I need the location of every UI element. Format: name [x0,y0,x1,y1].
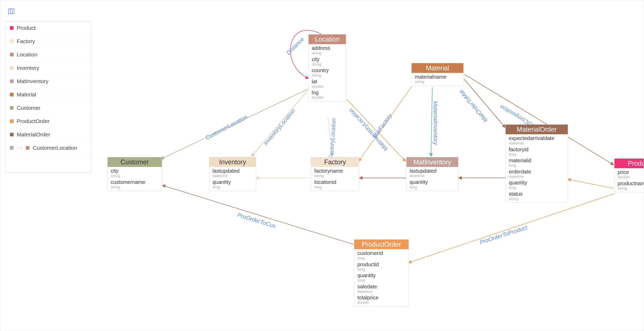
field-type: long [357,267,405,272]
edge[interactable] [431,87,432,156]
node-materialorder[interactable]: MaterialOrderexpectedarrivaldatedatetime… [505,124,568,203]
node-title: MaterialOrder [506,125,568,134]
node-title: Material [412,63,463,73]
field-row: locationidlong [311,178,359,191]
edge[interactable] [358,86,412,161]
field-name: productname [618,181,644,186]
field-name: lng [312,90,343,95]
swatch-icon [10,106,14,110]
legend-item[interactable]: MatInventory [6,75,91,88]
node-title: Product [615,159,644,168]
node-location[interactable]: Locationaddressstringcitystringcountryst… [308,34,346,102]
edge[interactable] [464,79,505,128]
legend-label: Location [17,51,37,58]
edge[interactable] [162,185,354,245]
field-type: double [618,175,644,179]
node-material[interactable]: Materialmaterialnamestring [411,63,464,86]
field-row: lastupdateddatetime [406,167,458,178]
legend-item[interactable]: MaterialOrder [6,128,91,141]
edge[interactable] [251,90,308,156]
legend-label: Customer [17,105,40,111]
field-name: productid [357,262,405,267]
legend-item[interactable]: Location [6,48,91,61]
field-type: string [312,73,343,78]
node-title: Factory [311,157,359,167]
field-type: string [312,62,343,67]
field-name: address [312,45,343,51]
field-row: addressstring [309,44,346,55]
node-customer[interactable]: Customercitystringcustomernamestring [107,157,162,191]
legend-item[interactable]: ProductOrder [6,115,91,128]
field-type: long [509,163,565,168]
field-name: locationid [314,179,356,185]
field-name: lastupdated [212,168,253,174]
edge[interactable] [408,194,615,263]
swatch-icon [10,53,14,56]
field-name: quantity [357,272,405,278]
field-name: orderdate [509,169,565,175]
legend-label: Material [17,91,36,98]
edge-label: FactoryLocation [328,118,337,159]
field-name: quantity [410,179,455,185]
legend-label: Factory [17,38,35,44]
field-row: lngdouble [309,89,346,101]
field-name: customerid [357,250,405,256]
field-row: materialidlong [506,156,568,168]
legend-label: MatInventory [17,78,48,84]
legend-item[interactable]: Customer [6,101,91,115]
field-row: factoryidlong [506,146,568,157]
field-type: long [509,185,565,190]
field-type: double [357,300,405,305]
field-row: statusstring [506,190,568,203]
node-inventory[interactable]: Inventorylastupdateddatetimequantitylong [209,157,256,191]
edge[interactable] [347,100,406,161]
node-product[interactable]: Productpricedoubleproductnamestring [614,158,644,192]
swatch-icon [10,93,14,96]
edge-label: ProOrderToProduct [479,224,528,246]
legend-item[interactable]: Factory [6,35,91,48]
node-title: ProductOrder [354,240,409,249]
legend-item[interactable]: Inventory [6,61,91,75]
legend-item[interactable]: ⟶CustomerLocation [6,141,91,155]
node-factory[interactable]: Factoryfactorynamestringlocationidlong [311,157,359,191]
field-type: datetime [357,289,405,294]
edge-label: ProOrderToCus [237,211,277,229]
legend-item[interactable]: Product [6,21,91,35]
field-name: saledate [357,284,405,289]
field-name: city [111,168,159,174]
field-row: citystring [108,167,162,178]
node-title: Inventory [209,157,256,167]
swatch-icon [10,119,14,123]
node-productorder[interactable]: ProductOrdercustomeridlongproductidlongq… [354,239,409,307]
legend-item[interactable]: Material [6,88,91,101]
field-row: lastupdateddatetime [209,167,256,178]
swatch-icon [10,66,14,70]
field-type: string [415,80,460,84]
field-row: productidlong [354,260,409,272]
field-type: long [410,185,455,189]
field-name: factoryid [509,147,565,152]
field-name: expectedarrivaldate [509,135,565,141]
node-matinventory[interactable]: MatInventorylastupdateddatetimequantityl… [406,157,458,191]
field-row: quantitylong [354,271,409,283]
field-type: datetime [212,174,253,178]
field-type: datetime [509,175,565,179]
edge[interactable] [568,179,614,188]
field-name: lat [312,79,343,84]
diagram-canvas[interactable]: ProductFactoryLocationInventoryMatInvent… [0,0,644,331]
edge-label: InventoryLocation [262,108,297,147]
legend-label: ProductOrder [17,118,50,124]
field-row: orderdatedatetime [506,168,568,179]
field-type: double [312,84,343,89]
edge[interactable] [328,117,332,156]
field-type: string [111,174,159,178]
field-type: datetime [410,174,455,178]
field-name: materialname [415,74,460,80]
legend-scroll[interactable]: ProductFactoryLocationInventoryMatInvent… [6,21,91,172]
legend-label: Product [17,25,36,31]
edge-label: MatFactory [371,112,394,140]
map-icon[interactable] [8,8,15,16]
edge-label: MatOrderToMat [458,88,489,123]
edge[interactable] [161,89,308,159]
field-type: long [357,256,405,260]
